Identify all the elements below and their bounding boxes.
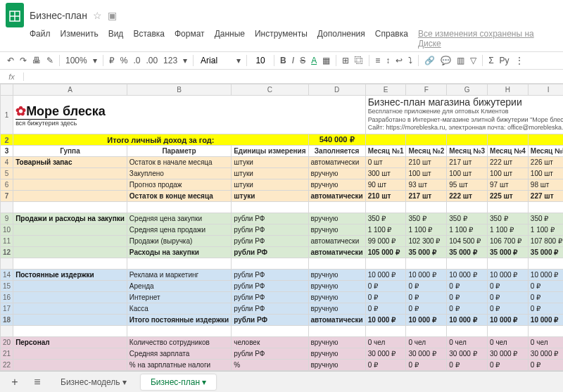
wrap-icon[interactable]: ↩ — [396, 56, 403, 65]
cell[interactable] — [365, 258, 406, 270]
cell[interactable]: 104 500 ₽ — [447, 236, 488, 247]
script-icon[interactable]: Py — [500, 56, 510, 65]
cell[interactable]: вручную — [308, 303, 365, 315]
italic-icon[interactable]: I — [292, 56, 294, 65]
cell[interactable]: Месяц №4 — [488, 146, 529, 157]
cell[interactable]: 93 шт — [406, 179, 447, 191]
cell[interactable]: Касса — [127, 303, 231, 315]
cell[interactable]: 1 100 ₽ — [406, 225, 447, 236]
cell[interactable]: 0 ₽ — [365, 281, 406, 292]
row-header[interactable]: 9 — [1, 213, 13, 225]
cell[interactable]: Параметр — [127, 146, 231, 157]
cell[interactable]: штуки — [232, 191, 308, 202]
cell[interactable] — [127, 202, 231, 213]
cell[interactable]: 0 ₽ — [528, 360, 563, 371]
cell[interactable]: 0 ₽ — [488, 303, 529, 315]
cell[interactable]: 0 ₽ — [406, 360, 447, 371]
cell[interactable]: 0 ₽ — [406, 281, 447, 292]
cell[interactable]: 226 шт — [528, 157, 563, 168]
cell[interactable]: 99 000 ₽ — [365, 236, 406, 247]
cell[interactable]: 0 ₽ — [528, 303, 563, 315]
fill-color-icon[interactable]: ▦ — [322, 56, 330, 65]
row-header[interactable]: 15 — [1, 281, 13, 292]
row-header[interactable]: 21 — [1, 348, 13, 360]
cell[interactable]: 350 ₽ — [406, 213, 447, 225]
cell[interactable]: 0 чел — [528, 337, 563, 348]
cell[interactable]: вручную — [308, 213, 365, 225]
cell[interactable] — [365, 326, 406, 337]
cell[interactable] — [232, 202, 308, 213]
cell[interactable]: Итого постоянные издержки — [127, 315, 231, 326]
cell[interactable]: вручную — [308, 360, 365, 371]
row-header[interactable]: 12 — [1, 247, 13, 258]
cell[interactable]: 0 ₽ — [528, 281, 563, 292]
row-header[interactable]: 10 — [1, 225, 13, 236]
cell[interactable]: Закуплено — [127, 168, 231, 179]
menu-insert[interactable]: Вставка — [133, 29, 165, 49]
cell[interactable]: 222 шт — [488, 157, 529, 168]
cell[interactable]: 95 шт — [447, 179, 488, 191]
cell[interactable]: Заполняется — [308, 146, 365, 157]
cell[interactable]: Месяц №5 — [528, 146, 563, 157]
cell[interactable]: 0 чел — [447, 337, 488, 348]
cell[interactable]: автоматически — [308, 157, 365, 168]
filter-icon[interactable]: ▽ — [470, 56, 476, 65]
cell[interactable]: % на зарплатные налоги — [127, 360, 231, 371]
cell[interactable] — [528, 202, 563, 213]
rotate-icon[interactable]: ⤵ — [408, 56, 412, 65]
print-icon[interactable]: 🖶 — [32, 56, 41, 65]
cell[interactable]: 1 100 ₽ — [528, 225, 563, 236]
cell[interactable] — [13, 236, 127, 247]
cell[interactable] — [13, 315, 127, 326]
cell[interactable] — [13, 191, 127, 202]
cell[interactable]: вручную — [308, 292, 365, 303]
cell[interactable]: 0 ₽ — [488, 360, 529, 371]
cell[interactable] — [13, 292, 127, 303]
cell[interactable]: Средняя зарплата — [127, 348, 231, 360]
star-icon[interactable]: ☆ — [93, 10, 102, 21]
cell[interactable]: Количество сотрудников — [127, 337, 231, 348]
menu-view[interactable]: Вид — [108, 29, 124, 49]
cell[interactable]: 10 000 ₽ — [447, 270, 488, 281]
link-icon[interactable]: 🔗 — [424, 56, 435, 65]
cell[interactable]: 35 000 ₽ — [488, 247, 529, 258]
cell[interactable] — [406, 326, 447, 337]
cell[interactable] — [308, 258, 365, 270]
cell[interactable] — [13, 326, 127, 337]
cell[interactable]: Интернет — [127, 292, 231, 303]
cell[interactable]: 0 ₽ — [488, 281, 529, 292]
cell[interactable]: 30 000 ₽ — [406, 348, 447, 360]
cell[interactable]: 35 000 ₽ — [528, 247, 563, 258]
cell[interactable]: Месяц №3 — [447, 146, 488, 157]
cell[interactable]: 100 шт — [488, 168, 529, 179]
cell[interactable] — [308, 326, 365, 337]
cell[interactable]: 10 000 ₽ — [488, 270, 529, 281]
cell[interactable]: 90 шт — [365, 179, 406, 191]
cell[interactable]: 0 ₽ — [447, 303, 488, 315]
row-header[interactable]: 2 — [1, 134, 13, 146]
cell[interactable]: штуки — [232, 157, 308, 168]
cell[interactable]: рубли РФ — [232, 281, 308, 292]
row-header[interactable]: 3 — [1, 146, 13, 157]
cell[interactable]: 10 000 ₽ — [365, 315, 406, 326]
cell[interactable]: Единицы измерения — [232, 146, 308, 157]
cell[interactable] — [127, 326, 231, 337]
cell[interactable]: 0 ₽ — [528, 292, 563, 303]
cell[interactable] — [13, 168, 127, 179]
col-header[interactable]: C — [232, 84, 308, 96]
row-header[interactable]: 5 — [1, 168, 13, 179]
cell[interactable]: рубли РФ — [232, 247, 308, 258]
row-header[interactable]: 1 — [1, 96, 13, 134]
cell[interactable]: штуки — [232, 179, 308, 191]
cell[interactable]: 30 000 ₽ — [528, 348, 563, 360]
cell[interactable] — [488, 326, 529, 337]
cell[interactable]: Реклама и маркетинг — [127, 270, 231, 281]
merge-icon[interactable]: ⿻ — [355, 56, 363, 65]
cell[interactable]: Средняя цена продажи — [127, 225, 231, 236]
cell[interactable]: 0 ₽ — [488, 292, 529, 303]
cell[interactable]: 210 шт — [365, 191, 406, 202]
cell[interactable] — [13, 348, 127, 360]
cell[interactable]: рубли РФ — [232, 225, 308, 236]
col-header[interactable]: G — [447, 84, 488, 96]
more-formats[interactable]: 123 — [163, 56, 177, 65]
